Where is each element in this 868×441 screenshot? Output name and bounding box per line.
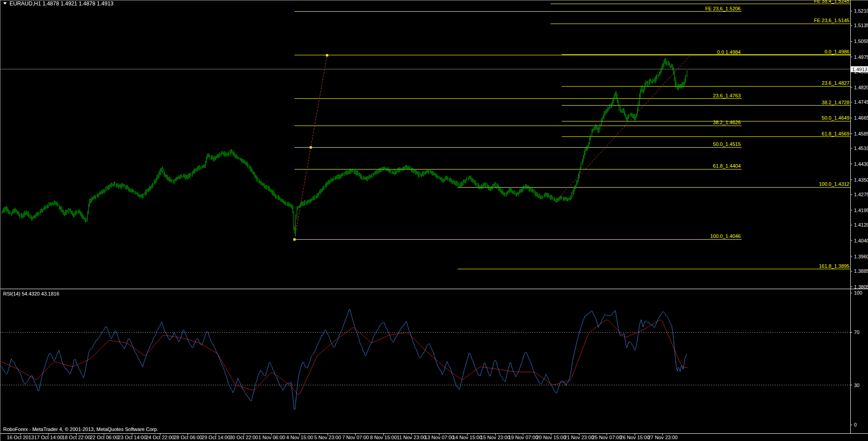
- fib-level-label: 38.2_1.4728: [822, 100, 849, 105]
- price-axis-label: 1.4820: [854, 85, 868, 90]
- time-axis-label: 5 Nov 23:00: [314, 435, 341, 440]
- rsi-main-line: [1, 310, 687, 410]
- price-axis-label: 1.4665: [854, 115, 868, 121]
- price-axis-label: 1.4585: [854, 131, 868, 136]
- time-axis-label: 15 Nov 23:00: [480, 435, 510, 440]
- rsi-signal-line: [1, 320, 688, 394]
- price-axis-label: 1.4745: [854, 99, 868, 105]
- time-axis-label: 25 Nov 07:00: [592, 435, 622, 440]
- time-axis-label: 11 Nov 23:00: [397, 435, 426, 440]
- time-axis-label: 21 Nov 23:00: [564, 435, 593, 440]
- price-axis-label: 1.3885: [854, 268, 868, 274]
- time-axis-label: 20 Nov 15:00: [536, 435, 566, 440]
- trendline-anchor-marker: [294, 238, 296, 241]
- time-axis-label: 13 Nov 07:00: [424, 435, 454, 440]
- time-axis-label: 24 Oct 22:00: [146, 435, 174, 440]
- rsi-indicator-label: RSI(14) 54.4320 43.1816: [3, 291, 59, 296]
- time-axis-label: 30 Oct 22:00: [230, 435, 258, 440]
- rsi-axis-label: 30: [854, 383, 859, 388]
- copyright-text: RoboForex - MetaTrader 4, © 2001-2013, M…: [3, 426, 158, 432]
- time-axis-label: 17 Oct 14:00: [34, 435, 63, 440]
- price-axis-label: 1.3960: [854, 254, 868, 259]
- fib-level-label: 161.8_1.3895: [819, 263, 849, 269]
- rsi-axis-label: 100: [854, 290, 862, 296]
- time-axis-label: 27 Nov 23:00: [648, 435, 677, 440]
- fib-level-label: FE 23,6_1.5145: [814, 18, 849, 23]
- fib-level-label: 23.6_1.4763: [713, 93, 741, 98]
- current-price-value: 1.4913: [852, 67, 868, 72]
- price-axis-label: 1.4275: [854, 192, 868, 197]
- time-axis-label: 26 Nov 15:00: [620, 435, 650, 440]
- price-axis-label: 1.4510: [854, 145, 868, 151]
- rsi-axis-label: 0: [854, 422, 857, 427]
- time-axis-label: 19 Nov 07:00: [508, 435, 538, 440]
- price-axis-label: 1.4120: [854, 222, 868, 228]
- time-axis-label: 8 Nov 15:00: [370, 435, 397, 440]
- time-axis-label: 29 Oct 14:00: [202, 435, 230, 440]
- time-axis-label: 1 Nov 06:00: [258, 435, 285, 440]
- price-bars: [2, 58, 687, 235]
- trendline-anchor-marker: [310, 146, 312, 149]
- rsi-axis-label: 70: [854, 330, 859, 335]
- mt4-chart-window: FE 38.4_1.5245FE 23,6_1.5206FE 23,6_1.51…: [0, 0, 868, 441]
- price-axis-label: 1.4195: [854, 208, 868, 213]
- fib-trendline: [557, 55, 690, 199]
- price-axis-label: 1.5210: [854, 8, 868, 14]
- price-axis-label: 1.4350: [854, 177, 868, 183]
- symbol-dropdown-icon[interactable]: [3, 2, 7, 5]
- chart-title: EURAUD,H1 1.4878 1.4921 1.4878 1.4913: [10, 0, 114, 7]
- time-axis-label: 14 Nov 15:00: [453, 435, 482, 440]
- price-axis-label: 1.4430: [854, 161, 868, 167]
- price-axis-label: 1.5055: [854, 39, 868, 44]
- time-axis-label: 4 Nov 15:00: [286, 435, 313, 440]
- time-axis-label: 16 Oct 2013: [7, 435, 34, 440]
- time-axis-label: 7 Nov 07:00: [342, 435, 369, 440]
- time-axis-label: 18 Oct 22:00: [62, 435, 91, 440]
- time-axis-label: 22 Oct 06:00: [90, 435, 118, 440]
- fib-level-label: 50.0_1.4649: [822, 115, 849, 121]
- chart-canvas[interactable]: FE 38.4_1.5245FE 23,6_1.5206FE 23,6_1.51…: [0, 0, 868, 441]
- fib-level-label: 61.8_1.4569: [822, 131, 849, 136]
- trendline-anchor-marker: [326, 54, 328, 56]
- fib-level-label: 100.0_1.4312: [819, 181, 849, 187]
- price-axis-label: 1.5135: [854, 23, 868, 28]
- price-axis-label: 1.3805: [854, 284, 868, 290]
- price-axis-label: 1.4975: [854, 54, 868, 60]
- time-axis-label: 28 Oct 06:00: [174, 435, 202, 440]
- fib-level-label: FE 23,6_1.5206: [705, 6, 741, 11]
- fib-level-label: 100.0_1.4046: [710, 233, 741, 239]
- fib-level-label: 0.0 1.4984: [717, 49, 741, 55]
- time-axis-label: 23 Oct 14:00: [118, 435, 146, 440]
- fib-level-label: 0.0_1.4986: [825, 49, 849, 54]
- fib-level-label: FE 38.4_1.5245: [814, 0, 849, 4]
- fib-level-label: 38.2_1.4626: [713, 120, 741, 125]
- fib-level-label: 50.0_1.4515: [713, 141, 741, 147]
- fib-level-label: 61.8_1.4404: [713, 163, 741, 169]
- price-axis-label: 1.4040: [854, 238, 868, 243]
- fib-level-label: 23.6_1.4827: [822, 80, 849, 86]
